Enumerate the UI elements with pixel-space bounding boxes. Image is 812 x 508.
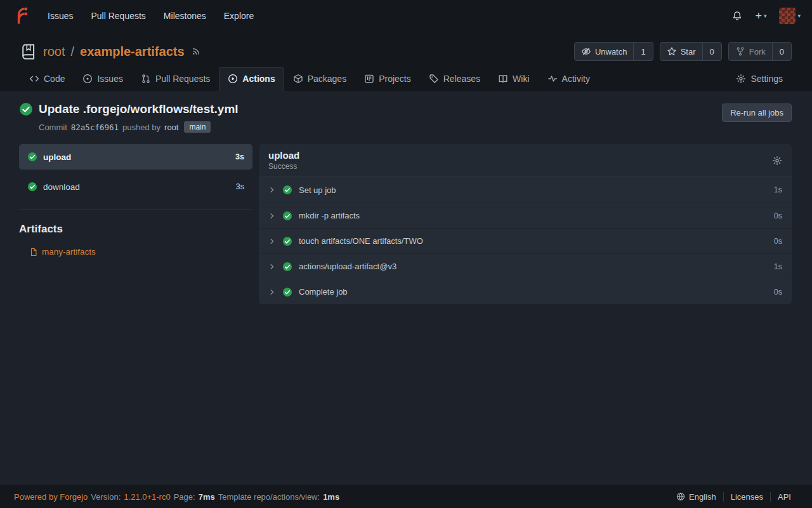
actions-play-icon xyxy=(228,74,238,84)
watchers-count[interactable]: 1 xyxy=(633,43,652,60)
job-step-row[interactable]: actions/upload-artifact@v3 1s xyxy=(259,253,792,279)
run-success-check-icon xyxy=(19,102,33,116)
tab-label: Wiki xyxy=(513,74,529,84)
job-item-upload[interactable]: upload 3s xyxy=(19,144,252,170)
forks-count[interactable]: 0 xyxy=(772,43,791,60)
notifications-bell-icon[interactable] xyxy=(732,11,742,21)
repo-owner-link[interactable]: root xyxy=(43,44,65,59)
job-item-download[interactable]: download 3s xyxy=(19,174,252,199)
page-time-value: 7ms xyxy=(199,492,215,502)
nav-milestones[interactable]: Milestones xyxy=(155,6,214,26)
success-check-icon xyxy=(282,236,292,246)
tab-packages[interactable]: Packages xyxy=(284,67,355,91)
user-menu[interactable]: ▾ xyxy=(779,8,801,24)
tag-icon xyxy=(429,74,439,84)
template-time-label: Template repo/actions/view: xyxy=(218,492,320,502)
success-check-icon xyxy=(282,287,292,297)
chevron-right-icon xyxy=(268,186,276,194)
repo-path-separator: / xyxy=(70,44,74,59)
version-link[interactable]: 1.21.0+1-rc0 xyxy=(124,492,170,502)
run-title: Update .forgejo/workflows/test.yml xyxy=(39,102,239,116)
unwatch-button[interactable]: Unwatch 1 xyxy=(574,42,653,61)
repo-name-link[interactable]: example-artifacts xyxy=(80,44,185,59)
fork-icon xyxy=(735,46,745,57)
rerun-all-jobs-button[interactable]: Re-run all jobs xyxy=(722,104,792,122)
pushed-by-label: pushed by xyxy=(122,123,160,132)
commit-sha-link[interactable]: 82a5cf6961 xyxy=(71,123,119,132)
job-step-row[interactable]: Set up job 1s xyxy=(259,177,792,203)
tab-actions[interactable]: Actions xyxy=(219,67,284,91)
commit-line: Commit 82a5cf6961 pushed by root main xyxy=(39,121,239,133)
step-duration: 0s xyxy=(774,288,782,297)
stars-count[interactable]: 0 xyxy=(702,43,721,60)
job-step-row[interactable]: touch artifacts/ONE artifacts/TWO 0s xyxy=(259,228,792,253)
tab-label: Activity xyxy=(562,74,590,84)
actions-run-view: Update .forgejo/workflows/test.yml Commi… xyxy=(0,91,812,485)
fork-button[interactable]: Fork 0 xyxy=(728,42,792,61)
artifact-link-many-artifacts[interactable]: many-artifacts xyxy=(29,247,252,257)
top-navbar: Issues Pull Requests Milestones Explore … xyxy=(0,0,812,32)
template-time-value: 1ms xyxy=(323,492,339,502)
tab-projects[interactable]: Projects xyxy=(355,67,420,91)
powered-by-link[interactable]: Powered by Forgejo xyxy=(14,492,88,502)
gear-icon xyxy=(736,74,746,84)
tab-label: Projects xyxy=(379,74,411,84)
tab-label: Settings xyxy=(750,74,783,84)
job-step-row[interactable]: Complete job 0s xyxy=(259,279,792,304)
footer-left: Powered by Forgejo Version: 1.21.0+1-rc0… xyxy=(14,492,339,502)
job-duration: 3s xyxy=(236,182,244,191)
chevron-right-icon xyxy=(268,237,276,245)
step-duration: 1s xyxy=(774,262,782,271)
tab-pull-requests[interactable]: Pull Requests xyxy=(132,67,219,91)
chevron-right-icon xyxy=(268,212,276,220)
nav-right: + ▾ ▾ xyxy=(732,8,801,24)
language-selector[interactable]: English xyxy=(669,492,723,502)
forgejo-logo-icon[interactable] xyxy=(11,6,30,25)
create-new-menu[interactable]: + ▾ xyxy=(755,10,766,22)
licenses-link[interactable]: Licenses xyxy=(723,492,770,502)
tab-releases[interactable]: Releases xyxy=(420,67,489,91)
artifact-name: many-artifacts xyxy=(42,247,96,257)
tab-label: Code xyxy=(44,74,65,84)
repo-title-row: root / example-artifacts xyxy=(15,42,797,61)
version-label: Version: xyxy=(91,492,121,502)
job-detail-panel: upload Success Set up job 1s xyxy=(259,144,792,304)
repo-tabs: Code Issues Pull Requests Actions Packag… xyxy=(15,67,797,91)
book-icon xyxy=(498,74,508,84)
step-duration: 0s xyxy=(774,211,782,220)
tab-activity[interactable]: Activity xyxy=(539,67,599,91)
job-step-row[interactable]: mkdir -p artifacts 0s xyxy=(259,203,792,228)
commit-label: Commit xyxy=(39,123,67,132)
pull-request-icon xyxy=(141,74,151,84)
code-icon xyxy=(29,74,39,84)
job-options-gear-icon[interactable] xyxy=(772,156,782,166)
tab-issues[interactable]: Issues xyxy=(74,67,131,91)
pusher-link[interactable]: root xyxy=(164,123,178,132)
nav-issues[interactable]: Issues xyxy=(39,6,81,26)
job-detail-header: upload Success xyxy=(259,144,792,177)
nav-pull-requests[interactable]: Pull Requests xyxy=(82,6,154,26)
unwatch-label: Unwatch xyxy=(595,47,627,57)
api-link[interactable]: API xyxy=(770,492,798,502)
tab-settings[interactable]: Settings xyxy=(727,67,792,91)
tab-label: Pull Requests xyxy=(155,74,210,84)
repo-header: root / example-artifacts xyxy=(0,32,812,91)
tab-label: Packages xyxy=(308,74,346,84)
sidebar-divider xyxy=(19,210,252,210)
branch-badge[interactable]: main xyxy=(184,121,211,133)
nav-explore[interactable]: Explore xyxy=(216,6,262,26)
package-box-icon xyxy=(293,74,303,84)
tab-label: Issues xyxy=(97,74,122,84)
star-button[interactable]: Star 0 xyxy=(660,42,722,61)
tab-code[interactable]: Code xyxy=(20,67,74,91)
footer-right: English Licenses API xyxy=(669,492,798,502)
plus-icon: + xyxy=(755,10,762,22)
eye-slash-icon xyxy=(581,46,591,57)
bell-icon xyxy=(732,11,742,21)
job-duration: 3s xyxy=(235,152,244,161)
tab-label: Actions xyxy=(242,74,275,84)
rss-icon[interactable] xyxy=(192,47,200,56)
tab-wiki[interactable]: Wiki xyxy=(489,67,538,91)
step-label: Set up job xyxy=(299,185,336,195)
job-name: download xyxy=(43,182,80,192)
